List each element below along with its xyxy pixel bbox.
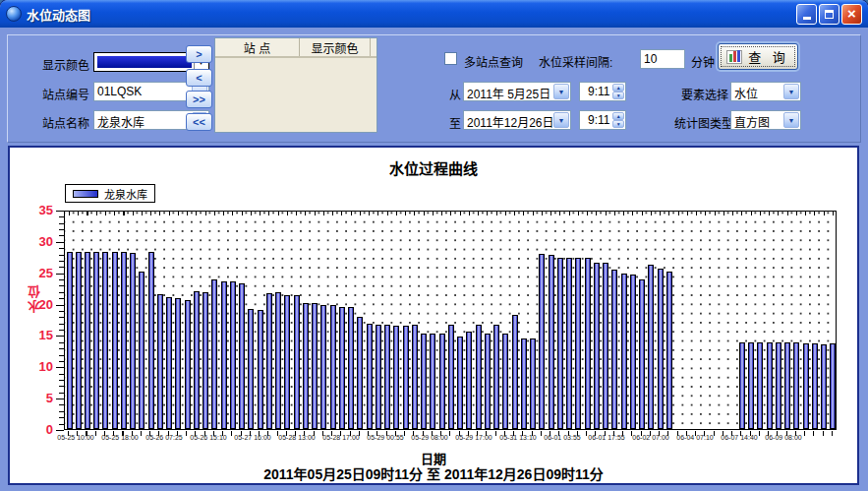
maximize-button[interactable]: [819, 4, 839, 25]
bar: [412, 325, 418, 429]
bar: [476, 325, 482, 429]
bar: [85, 252, 90, 429]
bar: [502, 334, 508, 429]
bar: [466, 332, 472, 429]
display-color-label: 显示颜色: [42, 56, 89, 73]
spin-up-icon[interactable]: ▲: [612, 112, 624, 120]
bar: [166, 297, 172, 429]
bar: [803, 343, 809, 429]
from-date-picker[interactable]: 2011年 5月25日 ▼: [463, 82, 571, 101]
bar: [148, 252, 154, 429]
bar: [421, 334, 427, 429]
transfer-button-1[interactable]: <: [186, 69, 212, 87]
station-code-value: 01LQSK: [94, 83, 191, 100]
x-tick-label: 06-04 07:10: [676, 434, 713, 441]
bar: [93, 252, 99, 429]
bar: [776, 342, 781, 429]
bar: [594, 263, 600, 429]
x-tick-label: 05-28 17:00: [322, 434, 359, 441]
chart-type-combo[interactable]: 直方图 ▼: [730, 110, 801, 130]
y-tick-label: 35: [24, 203, 53, 217]
bar: [630, 275, 636, 429]
bar: [585, 258, 591, 429]
station-list[interactable]: 站 点显示颜色: [214, 37, 377, 133]
bar: [258, 310, 263, 429]
chevron-down-icon[interactable]: ▼: [783, 112, 799, 128]
multi-station-checkbox[interactable]: [444, 52, 457, 65]
bar: [102, 252, 108, 429]
minimize-button[interactable]: [796, 4, 817, 25]
bar: [448, 325, 454, 429]
transfer-button-3[interactable]: <<: [186, 113, 212, 131]
bar: [812, 343, 818, 429]
bar: [793, 342, 799, 429]
bar: [266, 293, 272, 429]
dialog-content: 显示颜色 ▼ 站点编号 01LQSK ▼ 站点名称 龙泉水库 ▼ ><>><< …: [3, 28, 865, 488]
chart-type-label: 统计图类型: [674, 114, 733, 131]
y-tick-label: 5: [24, 391, 53, 405]
focus-outline: [721, 46, 795, 67]
chart-type-value: 直方图: [731, 111, 782, 129]
bar: [457, 337, 463, 429]
spin-down-icon[interactable]: ▼: [612, 120, 624, 128]
station-name-label: 站点名称: [42, 114, 89, 131]
from-time-spinner[interactable]: 9:11 ▲▼: [579, 82, 626, 101]
bar: [130, 253, 136, 429]
bar: [67, 252, 73, 429]
bar: [621, 274, 627, 429]
transfer-button-0[interactable]: >: [186, 45, 212, 63]
plot-area: [64, 211, 837, 430]
bar: [185, 300, 191, 429]
x-tick-label: 06-01 17:55: [588, 434, 624, 441]
station-list-header: 站 点显示颜色: [215, 38, 376, 58]
element-select-combo[interactable]: 水位 ▼: [730, 82, 801, 101]
bar: [549, 255, 554, 429]
bar: [739, 342, 745, 429]
bar: [639, 279, 645, 429]
bar: [76, 252, 82, 429]
list-column-header[interactable]: 显示颜色: [300, 38, 371, 56]
close-icon: ×: [847, 6, 856, 21]
x-tick-label: 06-09 08:00: [765, 434, 801, 441]
app-icon: [6, 6, 22, 22]
to-time-spinner[interactable]: 9:11 ▲▼: [579, 110, 626, 130]
bar: [530, 338, 536, 429]
to-date-picker[interactable]: 2011年12月26日 ▼: [463, 110, 571, 130]
to-date-value: 2011年12月26日: [464, 111, 552, 129]
transfer-button-2[interactable]: >>: [186, 91, 212, 108]
bar: [658, 269, 664, 429]
close-button[interactable]: ×: [841, 4, 862, 25]
bar: [493, 325, 499, 429]
chevron-down-icon[interactable]: ▼: [783, 84, 799, 99]
x-tick-label: 05-25 10:00: [57, 434, 93, 441]
y-tick-label: 30: [24, 234, 53, 249]
from-label: 从: [449, 86, 461, 102]
station-code-label: 站点编号: [42, 86, 89, 102]
bar: [566, 258, 572, 429]
list-column-header[interactable]: 站 点: [215, 38, 300, 56]
bar: [611, 270, 617, 429]
from-time-value: 9:11: [580, 83, 611, 100]
bar: [330, 305, 336, 429]
chevron-down-icon[interactable]: ▼: [553, 84, 569, 99]
bar: [748, 342, 754, 429]
x-tick-label: 05-26 15:10: [190, 434, 226, 441]
bar: [348, 307, 354, 429]
y-tick-label: 10: [24, 359, 53, 374]
bar: [603, 263, 608, 429]
y-tick-label: 0: [24, 422, 53, 437]
bar: [339, 307, 345, 429]
interval-input[interactable]: [640, 49, 685, 69]
title-bar[interactable]: 水位动态图 ×: [0, 0, 868, 28]
chevron-down-icon[interactable]: ▼: [553, 112, 569, 128]
query-button[interactable]: 查 询: [718, 43, 798, 70]
bar: [239, 283, 245, 429]
to-time-value: 9:11: [580, 111, 611, 129]
interval-unit-label: 分钟: [691, 53, 715, 70]
spin-down-icon[interactable]: ▼: [612, 92, 624, 99]
bar: [157, 294, 163, 429]
x-tick-label: 05-31 13:10: [499, 434, 536, 441]
spin-up-icon[interactable]: ▲: [612, 84, 624, 92]
maximize-icon: [825, 10, 834, 19]
bar: [439, 334, 445, 429]
